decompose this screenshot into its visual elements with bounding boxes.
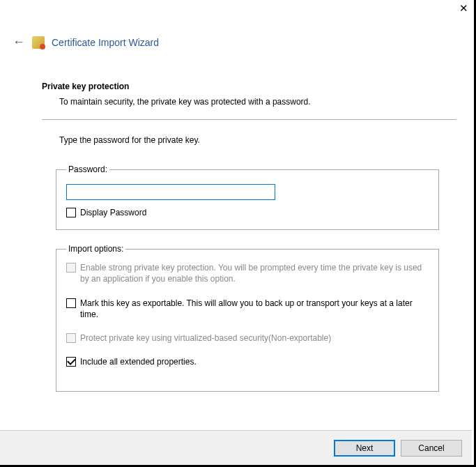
next-button[interactable]: Next (334, 440, 395, 457)
instruction-text: Type the password for the private key. (59, 135, 456, 145)
import-options-group: Import options: Enable strong private ke… (56, 244, 439, 392)
display-password-label: Display Password (80, 207, 146, 218)
strong-protection-checkbox (66, 263, 76, 273)
certificate-icon (32, 36, 45, 49)
close-icon[interactable]: ✕ (459, 3, 468, 13)
exportable-checkbox[interactable] (66, 298, 76, 308)
back-arrow-icon[interactable]: ← (13, 35, 25, 49)
password-legend: Password: (66, 164, 109, 174)
vbs-protection-checkbox (66, 333, 76, 343)
password-group: Password: Display Password (56, 164, 439, 230)
footer: Next Cancel (0, 430, 472, 465)
section-title: Private key protection (42, 82, 456, 91)
import-options-legend: Import options: (66, 244, 125, 254)
extended-properties-label: Include all extended properties. (80, 356, 197, 367)
exportable-label: Mark this key as exportable. This will a… (80, 298, 429, 320)
section-description: To maintain security, the private key wa… (59, 97, 456, 107)
divider (42, 119, 456, 120)
display-password-checkbox[interactable] (66, 208, 76, 217)
vbs-protection-label: Protect private key using virtualized-ba… (80, 332, 331, 344)
extended-properties-checkbox[interactable] (66, 357, 76, 367)
cancel-button[interactable]: Cancel (401, 440, 462, 457)
strong-protection-label: Enable strong private key protection. Yo… (80, 262, 429, 284)
wizard-title: Certificate Import Wizard (52, 37, 159, 48)
password-input[interactable] (66, 184, 275, 200)
